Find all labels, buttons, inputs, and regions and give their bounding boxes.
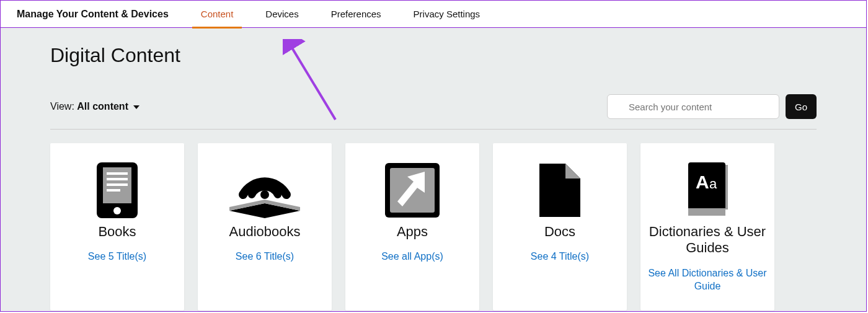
view-dropdown[interactable]: View: All content (50, 101, 140, 112)
books-icon (95, 161, 139, 220)
card-dictionaries[interactable]: A a Dictionaries & User Guides See All D… (640, 143, 774, 311)
tab-content[interactable]: Content (185, 1, 250, 28)
top-nav: Manage Your Content & Devices Content De… (1, 1, 866, 28)
tab-label: Preferences (331, 9, 381, 19)
divider (50, 129, 817, 130)
card-audiobooks[interactable]: Audiobooks See 6 Title(s) (198, 143, 332, 311)
view-value: All content (77, 101, 128, 112)
chevron-down-icon (133, 101, 140, 112)
tab-privacy-settings[interactable]: Privacy Settings (397, 1, 497, 28)
card-books[interactable]: Books See 5 Title(s) (50, 143, 184, 311)
tab-label: Privacy Settings (414, 9, 480, 19)
svg-rect-4 (107, 172, 128, 175)
card-link[interactable]: See all App(s) (381, 250, 443, 263)
card-link[interactable]: See All Dictionaries & User Guide (647, 267, 768, 293)
card-title: Dictionaries & User Guides (647, 224, 768, 257)
tab-preferences[interactable]: Preferences (315, 1, 397, 28)
card-link[interactable]: See 4 Title(s) (531, 250, 589, 263)
content-cards: Books See 5 Title(s) Audiobooks See 6 Ti… (50, 143, 817, 311)
tab-label: Devices (265, 9, 298, 19)
svg-point-8 (113, 207, 121, 214)
tab-devices[interactable]: Devices (249, 1, 314, 28)
card-apps[interactable]: Apps See all App(s) (345, 143, 479, 311)
svg-text:A: A (696, 172, 709, 192)
audiobooks-icon (224, 161, 305, 220)
card-title: Books (98, 224, 136, 240)
card-link[interactable]: See 5 Title(s) (88, 250, 146, 263)
svg-point-9 (260, 190, 269, 199)
svg-rect-5 (107, 178, 128, 180)
dictionaries-icon: A a (684, 161, 730, 220)
docs-icon (538, 161, 582, 220)
card-title: Apps (397, 224, 428, 240)
view-label: View: (50, 101, 74, 112)
go-button[interactable]: Go (786, 94, 817, 119)
search-input[interactable] (607, 94, 779, 119)
svg-text:a: a (709, 176, 717, 192)
page-body: Digital Content View: All content Go (1, 28, 866, 311)
card-docs[interactable]: Docs See 4 Title(s) (493, 143, 627, 311)
page-title: Digital Content (50, 28, 817, 67)
svg-rect-7 (107, 189, 120, 192)
svg-rect-6 (107, 183, 128, 186)
nav-title: Manage Your Content & Devices (1, 9, 185, 20)
card-link[interactable]: See 6 Title(s) (236, 250, 294, 263)
svg-rect-14 (725, 165, 728, 209)
card-title: Docs (544, 224, 575, 240)
svg-rect-13 (688, 208, 725, 216)
card-title: Audiobooks (229, 224, 301, 240)
apps-icon (384, 161, 441, 220)
tab-label: Content (201, 9, 234, 19)
